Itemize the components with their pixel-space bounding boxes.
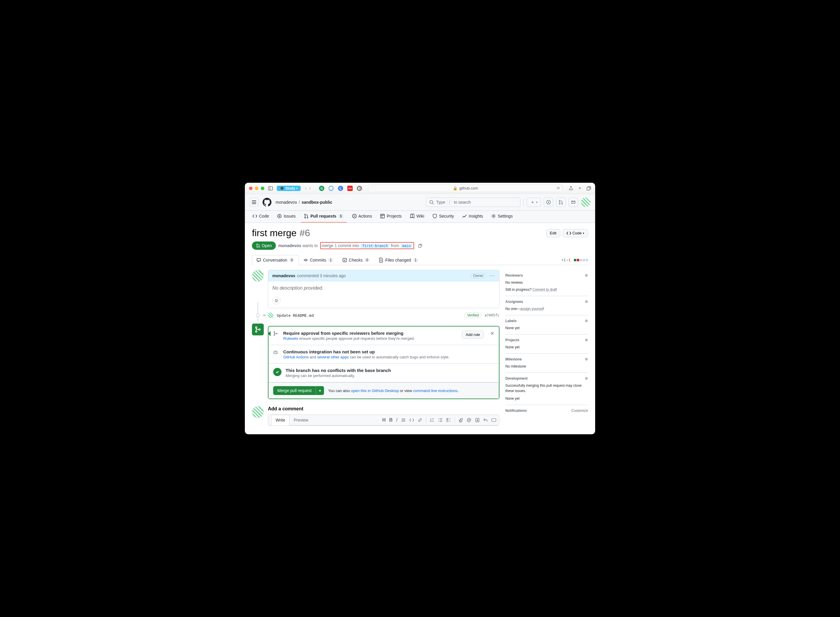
rulesets-link[interactable]: Rulesets (283, 336, 298, 341)
breadcrumb-owner[interactable]: monadevos (275, 200, 297, 205)
assign-yourself-link[interactable]: assign yourself (521, 307, 544, 311)
svg-point-11 (305, 214, 306, 215)
projects-gear-icon[interactable]: ⚙ (585, 338, 588, 342)
tab-commits[interactable]: Commits1 (299, 255, 338, 265)
link-icon[interactable] (418, 418, 422, 422)
pull-requests-header-icon[interactable] (556, 198, 566, 207)
tab-checks[interactable]: Checks0 (338, 255, 374, 265)
bold-icon[interactable]: B (389, 418, 393, 423)
ol-icon[interactable] (430, 418, 435, 422)
user-avatar[interactable] (581, 198, 590, 207)
lastpass-icon[interactable]: L (338, 186, 343, 191)
notifications-icon[interactable] (569, 198, 578, 207)
current-user-avatar[interactable] (252, 406, 264, 418)
other-apps-link[interactable]: several other apps (317, 355, 349, 359)
reload-icon[interactable]: ⟳ (557, 186, 560, 190)
labels-gear-icon[interactable]: ⚙ (585, 319, 588, 323)
issues-header-icon[interactable] (544, 198, 553, 207)
tab-insights[interactable]: Insights (459, 211, 486, 223)
tab-projects[interactable]: Projects (377, 211, 405, 223)
sidebar-toggle-icon[interactable] (267, 185, 274, 192)
reference-icon[interactable] (475, 418, 480, 422)
add-reaction-button[interactable]: ☺ (272, 297, 281, 304)
copy-branch-icon[interactable] (418, 243, 422, 248)
mention-icon[interactable]: @ (467, 418, 472, 423)
owner-badge: Owner (470, 273, 486, 278)
github-actions-link[interactable]: GitHub Actions (283, 355, 309, 359)
minimize-window[interactable] (255, 187, 259, 190)
tab-code[interactable]: Code (250, 211, 272, 223)
comment-time[interactable]: 3 minutes ago (320, 273, 346, 278)
comment-menu-icon[interactable]: ··· (488, 273, 495, 279)
code-button[interactable]: Code ▾ (563, 229, 588, 238)
titlebar: 🎓 Study ▾ ‹ › G L AA ◐ 🔒 github.com ⟳ ＋ (245, 183, 595, 194)
assignees-gear-icon[interactable]: ⚙ (585, 300, 588, 304)
comment-author[interactable]: monadevos (272, 273, 295, 278)
reply-icon[interactable] (483, 418, 488, 422)
dismiss-rule-icon[interactable]: ✕ (490, 331, 494, 336)
commit-avatar[interactable] (268, 312, 274, 318)
hamburger-menu[interactable] (250, 198, 259, 207)
convert-to-draft-link[interactable]: Convert to draft (532, 288, 557, 292)
merge-dropdown-button[interactable]: ▾ (316, 386, 324, 395)
heading-icon[interactable]: H (382, 418, 386, 423)
close-window[interactable] (249, 187, 253, 190)
tasklist-icon[interactable] (446, 418, 451, 422)
base-branch-ref[interactable]: first-branch (360, 244, 390, 248)
svg-rect-30 (274, 351, 277, 354)
github-logo-icon[interactable] (263, 198, 271, 207)
maximize-window[interactable] (261, 187, 264, 190)
markdown-icon[interactable] (491, 418, 496, 422)
url-bar[interactable]: 🔒 github.com ⟳ (368, 185, 563, 192)
svg-point-29 (276, 333, 277, 334)
verified-badge[interactable]: Verified (464, 313, 481, 318)
mendeley-icon[interactable]: AA (348, 186, 353, 191)
tab-files-changed[interactable]: Files changed1 (374, 255, 423, 265)
quote-icon[interactable] (401, 418, 406, 422)
italic-icon[interactable]: I (396, 418, 397, 423)
tab-wiki[interactable]: Wiki (407, 211, 427, 223)
tabs-overview-icon[interactable] (586, 186, 591, 191)
preview-tab[interactable]: Preview (290, 415, 312, 425)
head-branch-ref[interactable]: main (401, 244, 413, 248)
open-desktop-link[interactable]: open this in GitHub Desktop (351, 388, 399, 393)
commit-message[interactable]: Update README.md (277, 313, 314, 318)
svg-point-21 (305, 259, 306, 261)
pr-author[interactable]: monadevos (278, 243, 301, 248)
tab-actions[interactable]: Actions (349, 211, 375, 223)
customize-link[interactable]: Customize (571, 409, 588, 413)
svg-point-24 (256, 327, 257, 328)
development-text: Successfully merging this pull request m… (505, 383, 588, 394)
study-badge[interactable]: 🎓 Study ▾ (277, 186, 301, 191)
share-icon[interactable] (569, 186, 573, 191)
edit-button[interactable]: Edit (546, 229, 560, 238)
tab-settings[interactable]: Settings (488, 211, 516, 223)
ul-icon[interactable] (438, 418, 443, 422)
svg-point-33 (438, 418, 439, 419)
tab-conversation[interactable]: Conversation0 (252, 255, 299, 265)
attach-icon[interactable] (458, 418, 463, 422)
merge-panel-icon (252, 323, 264, 335)
tab-issues[interactable]: Issues (274, 211, 298, 223)
tab-pull-requests[interactable]: Pull requests1 (301, 211, 347, 223)
new-tab-icon[interactable]: ＋ (577, 185, 582, 191)
milestone-gear-icon[interactable]: ⚙ (585, 357, 588, 361)
forward-button[interactable]: › (309, 185, 311, 191)
tab-security[interactable]: Security (429, 211, 457, 223)
development-gear-icon[interactable]: ⚙ (585, 376, 588, 381)
write-tab[interactable]: Write (271, 415, 290, 425)
reviewers-gear-icon[interactable]: ⚙ (585, 273, 588, 278)
breadcrumb-repo[interactable]: sandbox-public (302, 200, 332, 205)
shield-icon[interactable] (328, 186, 334, 191)
grammarly-icon[interactable]: G (319, 186, 324, 191)
extension-icon[interactable]: ◐ (357, 186, 362, 191)
merge-pull-request-button[interactable]: Merge pull request (273, 386, 316, 395)
code-icon[interactable] (410, 418, 414, 422)
search-input[interactable]: Type / to search (426, 198, 521, 207)
cmdline-link[interactable]: command line instructions (413, 388, 457, 393)
comment-avatar[interactable] (252, 270, 264, 282)
back-button[interactable]: ‹ (305, 185, 306, 191)
commit-sha[interactable]: a7405fc (484, 313, 500, 317)
add-rule-button[interactable]: Add rule (462, 331, 484, 339)
create-new-button[interactable]: ＋ ▾ (526, 198, 541, 207)
